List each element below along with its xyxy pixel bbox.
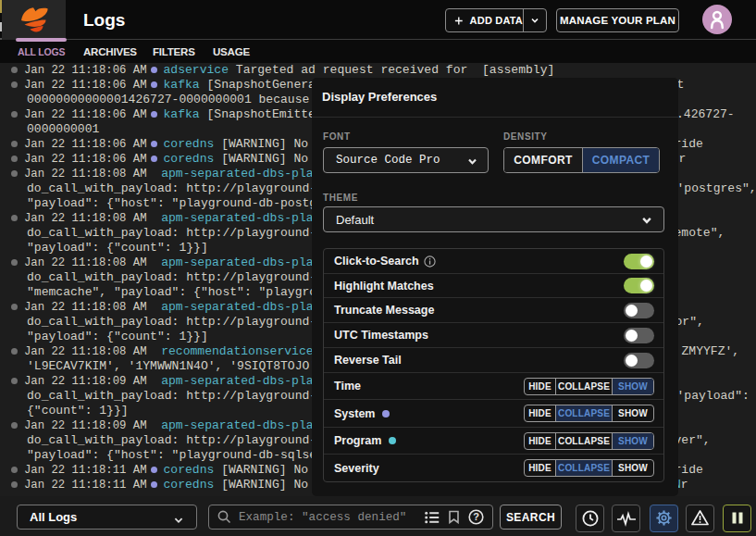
svg-text:?: ? (473, 511, 479, 522)
